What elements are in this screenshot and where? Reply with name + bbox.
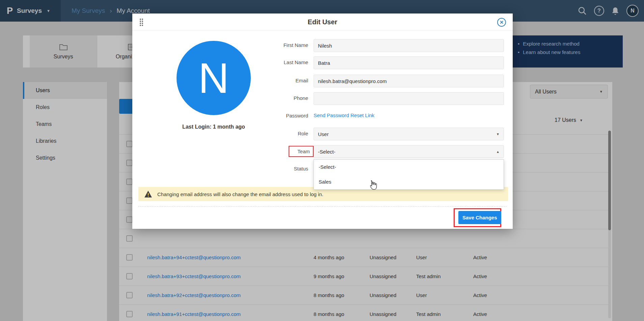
role-select[interactable]: User ▼	[314, 128, 504, 140]
team-label-highlight: Team	[289, 146, 314, 157]
save-changes-button[interactable]: Save Changes	[458, 211, 501, 224]
password-label: Password	[241, 113, 308, 118]
phone-label: Phone	[241, 95, 308, 101]
modal-title: Edit User	[132, 14, 513, 30]
email-label: Email	[241, 78, 308, 83]
first-name-value: Nilesh	[318, 43, 332, 49]
first-name-label: First Name	[241, 42, 308, 48]
role-value: User	[318, 131, 329, 137]
team-option-select[interactable]: -Select-	[314, 160, 504, 175]
modal-header: Edit User ✕	[132, 14, 513, 30]
chevron-down-icon: ▼	[496, 132, 500, 136]
edit-user-avatar: N	[177, 41, 251, 115]
chevron-up-icon: ▲	[496, 150, 500, 154]
email-value: nilesh.batra@questionpro.com	[318, 78, 387, 84]
status-label: Status	[241, 166, 308, 171]
phone-field[interactable]	[314, 92, 504, 105]
footer-separator	[138, 206, 507, 207]
last-login-label: Last Login: 1 month ago	[163, 124, 264, 130]
email-field[interactable]: nilesh.batra@questionpro.com	[314, 75, 504, 87]
last-name-value: Batra	[318, 60, 330, 66]
warning-triangle-icon	[144, 190, 152, 198]
last-name-field[interactable]: Batra	[314, 56, 504, 69]
first-name-field[interactable]: Nilesh	[314, 39, 504, 52]
drag-handle-icon[interactable]	[140, 19, 143, 26]
team-select[interactable]: -Select- ▲	[314, 145, 504, 158]
team-value: -Select-	[318, 149, 336, 155]
send-password-reset-link[interactable]: Send Password Reset Link	[314, 112, 374, 118]
team-dropdown-menu: -Select-Sales	[314, 159, 504, 190]
team-option-sales[interactable]: Sales	[314, 175, 504, 189]
edit-user-modal: Edit User ✕ N Last Login: 1 month ago Fi…	[132, 14, 513, 229]
last-name-label: Last Name	[241, 59, 308, 65]
warning-text: Changing email address will also change …	[157, 191, 323, 197]
role-label: Role	[241, 131, 308, 136]
close-icon[interactable]: ✕	[497, 18, 506, 27]
team-label: Team	[297, 149, 310, 154]
